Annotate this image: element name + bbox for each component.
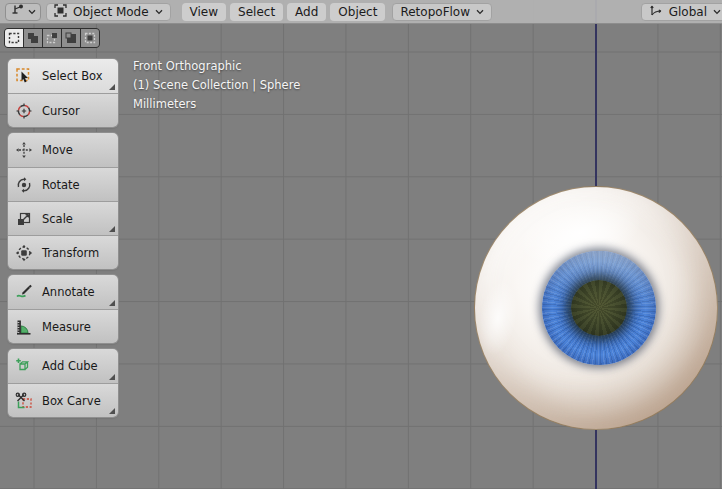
chevron-down-icon	[28, 9, 36, 15]
transform-orientation-dropdown[interactable]: Global	[641, 3, 722, 21]
retopoflow-dropdown[interactable]: RetopoFlow	[392, 3, 492, 21]
chevron-down-icon	[713, 9, 721, 15]
select-mode-group	[4, 28, 100, 48]
measure-icon	[14, 317, 34, 337]
retopoflow-dropdown-label: RetopoFlow	[400, 5, 470, 19]
tool-box-carve[interactable]: Box Carve	[8, 383, 118, 417]
annotate-icon	[14, 282, 34, 302]
tool-add-cube[interactable]: Add Cube	[8, 349, 118, 383]
iris	[542, 251, 656, 365]
tool-shelf: Select Box Cursor	[8, 59, 118, 423]
select-mode-new[interactable]	[5, 29, 23, 47]
tool-label: Cursor	[42, 104, 80, 118]
select-box-icon	[14, 66, 34, 86]
rotate-icon	[14, 175, 34, 195]
tool-label: Move	[42, 143, 73, 157]
tool-group-retopoflow: Add Cube Box Carve	[8, 349, 118, 417]
active-object-label: (1) Scene Collection | Sphere	[133, 76, 300, 95]
select-mode-invert[interactable]	[62, 29, 80, 47]
subtool-indicator	[109, 84, 115, 90]
select-mode-intersect[interactable]	[81, 29, 99, 47]
menu-add[interactable]: Add	[287, 3, 326, 21]
tool-cursor[interactable]: Cursor	[8, 93, 118, 127]
tool-label: Rotate	[42, 178, 80, 192]
mode-dropdown-label: Object Mode	[73, 5, 149, 19]
sclera-edge-highlight	[473, 276, 524, 359]
select-mode-extend[interactable]	[24, 29, 42, 47]
mode-dropdown[interactable]: Object Mode	[46, 3, 171, 21]
move-icon	[14, 140, 34, 160]
tool-label: Transform	[42, 246, 99, 260]
add-cube-icon	[14, 356, 34, 376]
menu-view[interactable]: View	[182, 3, 226, 21]
transform-icon	[14, 243, 34, 263]
chevron-down-icon	[155, 9, 163, 15]
orientation-dropdown-label: Global	[669, 5, 707, 19]
viewport-header: Object Mode View Select Add Object Retop…	[0, 0, 722, 24]
orientation-wrap: Global	[641, 3, 722, 21]
pupil	[571, 280, 627, 336]
tool-label: Add Cube	[42, 359, 98, 373]
pupil-texture	[571, 280, 627, 336]
tool-select-box[interactable]: Select Box	[8, 59, 118, 93]
tool-label: Scale	[42, 212, 73, 226]
tool-transform[interactable]: Transform	[8, 235, 118, 269]
tool-measure[interactable]: Measure	[8, 309, 118, 343]
editor-type-dropdown[interactable]	[5, 3, 41, 21]
subtool-indicator	[109, 300, 115, 306]
select-mode-subtract[interactable]	[43, 29, 61, 47]
units-label: Millimeters	[133, 95, 300, 114]
editor-type-3d-viewport-icon	[11, 3, 25, 20]
box-carve-icon	[14, 391, 34, 411]
viewport-overlay-text: Front Orthographic (1) Scene Collection …	[133, 57, 300, 114]
tool-scale[interactable]: Scale	[8, 201, 118, 235]
subtool-indicator	[109, 408, 115, 414]
tool-annotate[interactable]: Annotate	[8, 275, 118, 309]
tool-label: Measure	[42, 320, 91, 334]
tool-label: Annotate	[42, 285, 95, 299]
menu-select[interactable]: Select	[230, 3, 283, 21]
header-menus: View Select Add Object	[182, 3, 386, 21]
scale-icon	[14, 209, 34, 229]
tool-label: Select Box	[42, 69, 103, 83]
subtool-indicator	[109, 226, 115, 232]
tool-label: Box Carve	[42, 394, 101, 408]
tool-move[interactable]: Move	[8, 133, 118, 167]
tool-rotate[interactable]: Rotate	[8, 167, 118, 201]
view-name-label: Front Orthographic	[133, 57, 300, 76]
object-mode-icon	[54, 4, 67, 20]
tool-group-annotate: Annotate Measure	[8, 275, 118, 343]
global-orientation-icon	[649, 3, 663, 20]
menu-object[interactable]: Object	[330, 3, 385, 21]
blender-3d-viewport: Object Mode View Select Add Object Retop…	[0, 0, 722, 489]
tool-group-transform: Move Rotate	[8, 133, 118, 269]
eyeball-object[interactable]	[474, 186, 718, 430]
tool-group-select: Select Box Cursor	[8, 59, 118, 127]
chevron-down-icon	[476, 9, 484, 15]
cursor-icon	[14, 101, 34, 121]
subtool-indicator	[109, 374, 115, 380]
